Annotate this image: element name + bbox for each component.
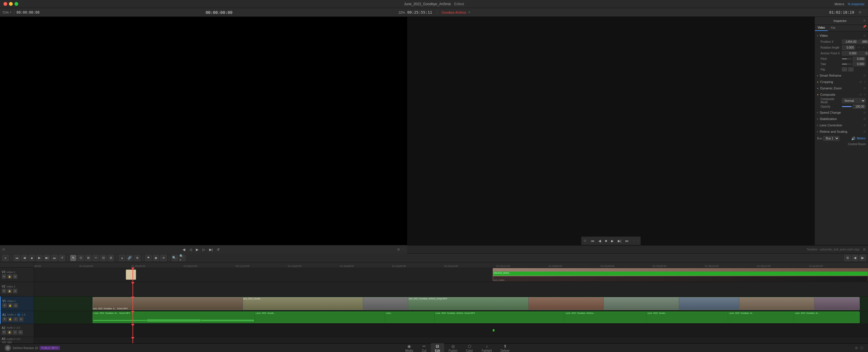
v3-link-btn[interactable]: ⊟	[13, 274, 18, 279]
color-tab[interactable]: ⬡ Color	[462, 343, 477, 352]
stabilization-reset[interactable]: ↺	[863, 118, 866, 121]
tl-goto-start-btn[interactable]: ⏮	[13, 255, 20, 261]
source-rewind-btn[interactable]: ◁	[188, 247, 193, 252]
cropping-header[interactable]: ● Cropping ↺ +	[815, 79, 868, 85]
smart-reframe-reset[interactable]: ↺	[863, 74, 866, 77]
pitch-value[interactable]: 0.000	[852, 57, 866, 61]
blade-btn[interactable]: ✂	[93, 255, 99, 261]
tl-stop-btn[interactable]: ■	[29, 255, 35, 261]
inspector-label[interactable]: % Inspector	[848, 2, 865, 6]
a1-solo-btn[interactable]: S	[13, 317, 18, 322]
v3-clip-group-right[interactable]: T New End_minimi... end_credits...	[493, 267, 868, 282]
program-layout-icon[interactable]: ⊟	[584, 239, 586, 243]
composite-mode-select[interactable]: Normal	[842, 98, 866, 103]
settings-icon[interactable]: ⋯	[863, 10, 866, 14]
program-play-btn[interactable]: ▶	[610, 238, 615, 244]
trim-tool-btn[interactable]: ⊡	[78, 255, 84, 261]
zoom-in-btn[interactable]: 🔍+	[179, 255, 185, 261]
v1-lock-btn[interactable]: 🔒	[8, 303, 12, 308]
clip-name-header[interactable]: Goodbye Art3mis	[442, 11, 466, 14]
minimize-button[interactable]	[9, 2, 13, 6]
tl-play-btn[interactable]: ▶	[36, 255, 42, 261]
speed-change-header[interactable]: ▸ Speed Change ↺	[815, 109, 868, 116]
slip-btn[interactable]: ⊟	[100, 255, 106, 261]
deliver-tab[interactable]: ⬆ Deliver	[496, 343, 514, 352]
flip-h-btn[interactable]: ↔	[842, 67, 847, 71]
audio-meters-icon[interactable]: 🔊	[851, 136, 856, 140]
cropping-add[interactable]: +	[864, 81, 866, 84]
source-zoom-control[interactable]: 71% ▾	[2, 10, 11, 14]
a1-mute-btn[interactable]: M	[19, 317, 24, 322]
a2-lock-btn[interactable]: 🔒	[7, 330, 12, 334]
opacity-slider[interactable]	[842, 106, 851, 107]
dynamic-trim-btn[interactable]: ⊠	[85, 255, 91, 261]
a1-lock-btn[interactable]: 🔒	[8, 317, 12, 322]
media-tab[interactable]: ◉ Media	[401, 343, 417, 352]
inspector-tab-video[interactable]: Video	[815, 25, 828, 31]
composite-reset[interactable]: ↺	[859, 93, 862, 96]
tl-loop-btn[interactable]: ↺	[59, 255, 65, 261]
retime-header[interactable]: ▸ Retime and Scaling ↺	[815, 128, 868, 135]
yaw-slider[interactable]	[842, 64, 851, 64]
source-fastforward-btn[interactable]: ▷	[202, 247, 206, 252]
bottom-settings-icon[interactable]: ⚙	[855, 346, 858, 350]
a1-main-clip[interactable]: • june_2022_Goodbye_Ar..._Sony1.MP4 • ju…	[93, 312, 860, 323]
slide-btn[interactable]: ⊞	[107, 255, 114, 261]
edit-tab[interactable]: ⊟ Edit	[431, 343, 444, 352]
program-dots-left[interactable]: ··	[633, 239, 635, 243]
v2-link-btn[interactable]: ⊟	[13, 289, 18, 293]
v1-eye-btn[interactable]: 👁	[2, 303, 7, 308]
meters-toggle[interactable]: Meters	[857, 137, 866, 140]
source-options-icon[interactable]: ⊞	[397, 248, 400, 251]
fusion-tab[interactable]: ◎ Fusion	[445, 343, 462, 352]
close-button[interactable]	[3, 2, 7, 6]
program-next-frame-btn[interactable]: ▶|	[617, 238, 622, 244]
anchor-x-value[interactable]: 0.000	[842, 51, 858, 56]
meters-label[interactable]: Meters	[834, 2, 844, 6]
yaw-value[interactable]: 0.000	[852, 62, 866, 66]
source-layout-icon[interactable]: ⊟	[2, 248, 5, 251]
a2-solo-btn[interactable]: S	[13, 330, 18, 334]
a3-solo-btn[interactable]: S	[2, 341, 6, 343]
opacity-value[interactable]: 100.00	[852, 104, 866, 109]
position-x-value[interactable]: -1454.00	[842, 40, 858, 44]
v3-lock-btn[interactable]: 🔒	[7, 274, 12, 279]
a2-mute-btn[interactable]: M	[18, 330, 23, 334]
lens-correction-header[interactable]: ▸ Lens Correction ↺	[815, 122, 868, 128]
retime-reset[interactable]: ↺	[863, 130, 866, 133]
maximize-button[interactable]	[14, 2, 18, 6]
smart-reframe-header[interactable]: ▸ Smart Reframe ↺	[815, 72, 868, 79]
v1-link-btn[interactable]: ⊟	[13, 303, 18, 308]
source-settings-icon[interactable]: ⋯	[402, 248, 405, 251]
bus-select[interactable]: Bus 1	[823, 136, 839, 141]
program-goto-end-btn[interactable]: ⏭	[624, 238, 630, 244]
pitch-slider[interactable]	[842, 58, 851, 59]
rotation-value[interactable]: 0.000	[842, 45, 855, 50]
lens-correction-reset[interactable]: ↺	[863, 124, 866, 127]
program-stop-btn[interactable]: ■	[604, 238, 608, 244]
v1-main-clip[interactable]: june_2022_Goodbye_A..._Sony1.MP4 june_20…	[93, 297, 860, 310]
v3-eye-btn[interactable]: 👁	[2, 274, 6, 279]
flip-v-btn[interactable]: ↕	[848, 67, 854, 71]
cropping-reset[interactable]: ↺	[859, 81, 862, 84]
link-btn[interactable]: 🔗	[126, 255, 133, 261]
dynamic-zoom-reset[interactable]: ↺	[863, 87, 866, 90]
timecode-format-icon[interactable]: ⊞	[859, 10, 861, 14]
rotation-add-btn[interactable]: +	[862, 45, 866, 50]
tl-layout-btn[interactable]: ⊞	[844, 255, 850, 261]
source-next-frame-btn[interactable]: ▶|	[208, 247, 214, 252]
tl-next-btn[interactable]: ▶|	[44, 255, 50, 261]
program-dots-right[interactable]: ··	[637, 239, 639, 243]
snap-btn[interactable]: ⊕	[134, 255, 140, 261]
composite-header[interactable]: ● Composite ↺ +	[815, 91, 868, 98]
audio-mixer-btn[interactable]: ≋	[160, 255, 167, 261]
zoom-dropdown-icon[interactable]: ▾	[10, 10, 11, 14]
program-goto-start-btn[interactable]: ⏮	[590, 238, 595, 244]
stabilization-header[interactable]: ▸ Stabilization ↺	[815, 116, 868, 122]
video-reset-btn[interactable]: ↺	[863, 34, 866, 37]
tl-prev-btn[interactable]: ◀	[21, 255, 28, 261]
cut-tab[interactable]: ✂ Cut	[418, 343, 431, 352]
color-marker-btn[interactable]: ◉	[153, 255, 159, 261]
video-section-header[interactable]: ▸ Video ↺	[815, 32, 868, 39]
composite-add[interactable]: +	[864, 93, 866, 96]
